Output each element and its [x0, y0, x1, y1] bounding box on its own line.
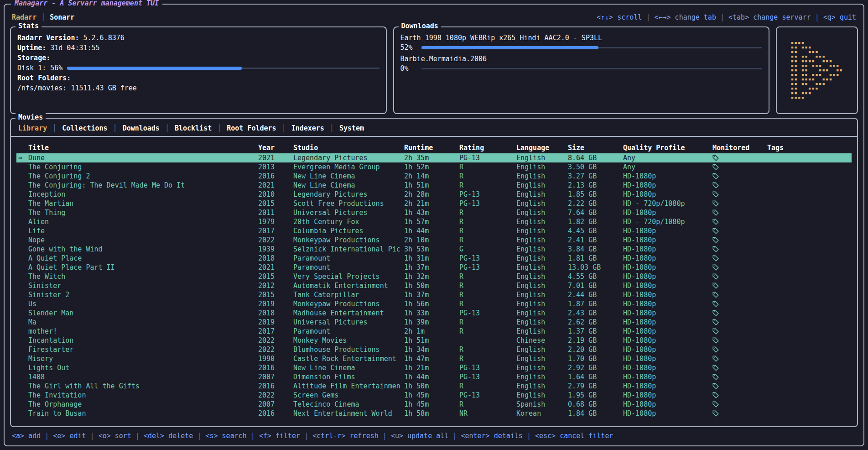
column-header-monitored: Monitored [712, 142, 767, 153]
table-row[interactable]: The Orphanage2007Telecinco Cinema1h 45mR… [16, 400, 852, 409]
table-row[interactable]: Us2019Monkeypaw Productions1h 56mREnglis… [16, 299, 852, 309]
version-line: Radarr Version: 5.2.6.8376 [17, 33, 379, 43]
table-row[interactable]: The Martian2015Scott Free Productions2h … [16, 199, 852, 208]
table-row[interactable]: A Quiet Place Part II2021Paramount1h 37m… [16, 263, 852, 272]
cell-size: 7.64 GB [568, 208, 623, 217]
cell-language: English [516, 263, 568, 272]
download-progress-bar [421, 43, 763, 52]
table-row[interactable]: The Conjuring 22016New Line Cinema2h 14m… [16, 172, 852, 181]
cell-year: 2015 [258, 272, 293, 281]
download-item: Barbie.Mermaidia.20060% [400, 54, 763, 73]
cell-rating: R [459, 272, 516, 281]
logo-panel: ▪▪▪▪ ▪▪ ▪▪▪ ▪▪ ▪▪▪ ▪▪ ▪▪ ▪▪▪ ▪▪ ▪▪▪▪ ▪▪▪… [776, 26, 858, 114]
cell-tags [767, 208, 852, 217]
cell-tags [767, 400, 852, 409]
tab-collections[interactable]: Collections [62, 124, 107, 132]
table-row[interactable]: The Invitation2022Screen Gems1h 45mPG-13… [16, 391, 852, 400]
table-row[interactable]: Lights Out2016New Line Cinema1h 21mPG-13… [16, 363, 852, 372]
cell-title: The Conjuring [16, 162, 258, 172]
cell-tags [767, 172, 852, 181]
table-row[interactable]: The Thing2011Universal Pictures1h 43mREn… [16, 208, 852, 217]
table-row[interactable]: Alien197920th Century Fox1h 57mREnglish1… [16, 217, 852, 226]
disk-usage-percent: 56% [50, 64, 62, 72]
table-row[interactable]: The Girl with All the Gifts2016Altitude … [16, 382, 852, 391]
table-row[interactable]: ⇒Dune2021Legendary Pictures2h 35mPG-13En… [16, 153, 852, 162]
cell-year: 2016 [258, 363, 293, 372]
cell-rating: PG-13 [459, 254, 516, 263]
tab-blocklist[interactable]: Blocklist [175, 124, 212, 132]
cell-quality-profile: HD-1080p [623, 318, 712, 327]
cell-studio: New Line Cinema [293, 181, 404, 190]
cell-size: 1.82 GB [568, 217, 623, 226]
cell-year: 2007 [258, 400, 293, 409]
table-row[interactable]: The Witch2015Very Special Projects1h 32m… [16, 272, 852, 281]
cell-quality-profile: HD-1080p [623, 263, 712, 272]
servarr-tab-radarr[interactable]: Radarr [12, 13, 36, 21]
download-percent: 0% [400, 64, 417, 73]
tag-icon [712, 283, 719, 289]
table-row[interactable]: Inception2010Legendary Pictures2h 28mPG-… [16, 190, 852, 199]
cell-rating: PG-13 [459, 363, 516, 372]
table-row[interactable]: mother!2017Paramount2h 1mREnglish1.37 GB… [16, 327, 852, 336]
cell-title: Sinister 2 [16, 290, 258, 299]
tab-library[interactable]: Library [18, 124, 47, 132]
table-row[interactable]: Firestarter2022Blumhouse Productions1h 3… [16, 345, 852, 354]
download-progress-fill [421, 46, 599, 49]
root-folders-label: Root Folders: [17, 73, 379, 83]
table-row[interactable]: A Quiet Place2018Paramount1h 31mPG-13Eng… [16, 254, 852, 263]
cell-title: 1408 [16, 372, 258, 382]
tab-root-folders[interactable]: Root Folders [227, 124, 276, 132]
cell-monitored [712, 226, 767, 235]
table-row[interactable]: The Conjuring: The Devil Made Me Do It20… [16, 181, 852, 190]
cell-language: English [516, 309, 568, 318]
movies-table-body[interactable]: ⇒Dune2021Legendary Pictures2h 35mPG-13En… [16, 153, 852, 423]
tag-icon [712, 273, 719, 280]
cell-quality-profile: HD-1080p [623, 190, 712, 199]
table-row[interactable]: Ma2019Universal Pictures1h 39mREnglish2.… [16, 318, 852, 327]
servarr-tab-sonarr[interactable]: Sonarr [50, 13, 74, 21]
table-row[interactable]: Gone with the Wind1939Selznick Internati… [16, 245, 852, 254]
cell-studio: Automatik Entertainment [293, 281, 404, 290]
keybind-hint-cancel-filter: <esc> cancel filter [535, 432, 613, 440]
cell-year: 2022 [258, 235, 293, 245]
table-row[interactable]: Slender Man2018Madhouse Entertainment1h … [16, 309, 852, 318]
cell-monitored [712, 336, 767, 345]
table-row[interactable]: Life2017Columbia Pictures1h 44mREnglish4… [16, 226, 852, 235]
tab-indexers[interactable]: Indexers [291, 124, 324, 132]
tab-downloads[interactable]: Downloads [123, 124, 160, 132]
table-row[interactable]: Train to Busan2016Next Entertainment Wor… [16, 409, 852, 418]
download-progress-row: 0% [400, 64, 763, 73]
hint-separator: | [811, 13, 823, 21]
cell-quality-profile: Any [623, 153, 712, 162]
cell-rating: PG-13 [459, 391, 516, 400]
keybind-hint-scroll: <↑↓> scroll [597, 13, 642, 21]
table-row[interactable]: The Conjuring2013Evergreen Media Group1h… [16, 162, 852, 172]
table-row[interactable]: Nope2022Monkeypaw Productions2h 10mREngl… [16, 235, 852, 245]
cell-year: 2021 [258, 153, 293, 162]
download-progress-row: 52% [400, 43, 763, 52]
cell-rating: R [459, 226, 516, 235]
cell-year: 2022 [258, 391, 293, 400]
hint-separator: | [247, 432, 259, 440]
uptime-value: 31d 04:31:55 [50, 44, 99, 52]
disk-usage-label: Disk 1: 56% [17, 63, 62, 73]
version-value: 5.2.6.8376 [83, 34, 125, 42]
tab-separator: │ [41, 13, 45, 21]
column-header-runtime: Runtime [404, 142, 459, 153]
table-row[interactable]: Incantation2022Monkey Movies1h 51mChines… [16, 336, 852, 345]
cell-studio: New Line Cinema [293, 172, 404, 181]
cell-rating: R [459, 208, 516, 217]
tab-system[interactable]: System [339, 124, 364, 132]
movies-tab-bar: Library│Collections│Downloads│Blocklist│… [11, 123, 857, 137]
cell-studio: Evergreen Media Group [293, 162, 404, 172]
movies-keybind-hints: <a> add | <e> edit | <o> sort | <del> de… [10, 431, 858, 441]
cell-monitored [712, 299, 767, 309]
cell-quality-profile: HD-1080p [623, 272, 712, 281]
cell-title: Alien [16, 217, 258, 226]
table-row[interactable]: Misery1990Castle Rock Entertainment1h 47… [16, 354, 852, 363]
cell-monitored [712, 345, 767, 354]
table-row[interactable]: Sinister 22015Tank Caterpillar1h 37mREng… [16, 290, 852, 299]
table-row[interactable]: 14082007Dimension Films1h 44mPG-13Englis… [16, 372, 852, 382]
cell-tags [767, 290, 852, 299]
table-row[interactable]: Sinister2012Automatik Entertainment1h 50… [16, 281, 852, 290]
